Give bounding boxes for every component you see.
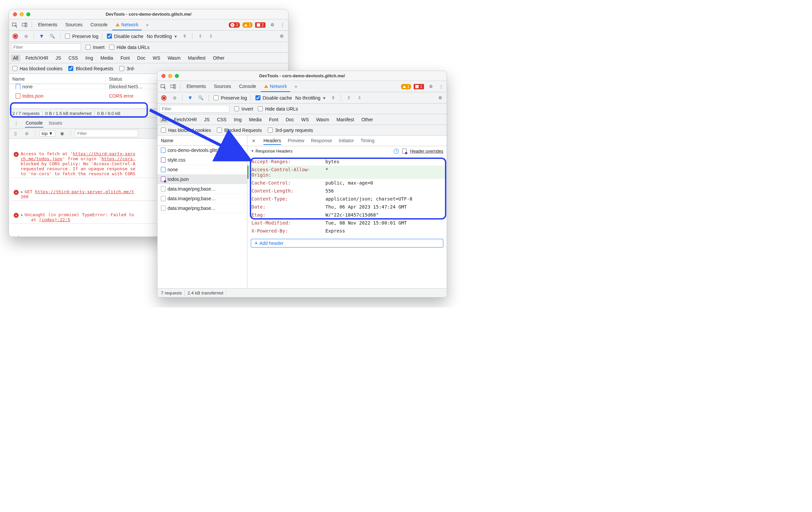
badge-warnings[interactable]: 1: [242, 22, 253, 28]
cat-wasm[interactable]: Wasm: [314, 116, 331, 123]
inspect-icon[interactable]: [10, 21, 19, 29]
tab-sources[interactable]: Sources: [62, 19, 86, 30]
clear-icon[interactable]: ⊘: [22, 32, 30, 40]
third-party-checkbox[interactable]: 3rd-: [118, 65, 135, 72]
tab-network[interactable]: Network: [112, 19, 142, 30]
disable-cache-checkbox[interactable]: Disable cache: [106, 33, 144, 40]
search-icon[interactable]: 🔍: [197, 94, 205, 102]
search-icon[interactable]: 🔍: [48, 32, 57, 40]
close-icon[interactable]: ✕: [251, 138, 257, 144]
badge-errors[interactable]: ✕3: [229, 22, 240, 28]
cat-font[interactable]: Font: [267, 116, 281, 123]
third-party-checkbox[interactable]: 3rd-party requests: [266, 126, 313, 134]
gear-icon[interactable]: ⚙: [278, 32, 286, 40]
disable-cache-checkbox[interactable]: Disable cache: [254, 94, 292, 101]
cat-other[interactable]: Other: [359, 116, 375, 123]
hide-data-urls-checkbox[interactable]: Hide data URLs: [257, 105, 298, 112]
clear-icon[interactable]: ⊘: [170, 94, 179, 102]
throttling-select[interactable]: No throttling: [146, 33, 178, 40]
add-header-button[interactable]: ＋Add header: [251, 239, 443, 248]
drawer-kebab-icon[interactable]: ⋮: [12, 119, 20, 127]
list-item[interactable]: data:image/png;base…: [157, 194, 247, 203]
tab-network[interactable]: Network: [261, 81, 290, 92]
cat-wasm[interactable]: Wasm: [166, 55, 182, 61]
col-name[interactable]: Name: [9, 76, 106, 82]
clear-console-icon[interactable]: ⊘: [22, 129, 31, 138]
cat-js[interactable]: JS: [54, 55, 63, 61]
list-item[interactable]: style.css: [157, 155, 247, 165]
list-item[interactable]: data:image/png;base…: [157, 184, 247, 194]
preserve-log-checkbox[interactable]: Preserve log: [64, 33, 98, 40]
record-button[interactable]: [11, 32, 20, 40]
cat-doc[interactable]: Doc: [135, 55, 148, 61]
cat-img[interactable]: Img: [83, 55, 95, 61]
cat-css[interactable]: CSS: [215, 116, 229, 123]
cat-fetch[interactable]: Fetch/XHR: [172, 116, 199, 123]
list-item[interactable]: none: [157, 165, 247, 175]
response-headers-header[interactable]: ▼Response Headers ? Header overrides: [248, 146, 446, 156]
list-item[interactable]: cors-demo-devtools.glitch.me: [157, 146, 247, 155]
upload-icon[interactable]: ⇪: [344, 94, 353, 102]
tab-elements[interactable]: Elements: [183, 81, 209, 92]
cat-media[interactable]: Media: [247, 116, 264, 123]
tab-sources[interactable]: Sources: [210, 81, 234, 92]
tab-timing[interactable]: Timing: [361, 137, 375, 145]
tab-elements[interactable]: Elements: [35, 19, 61, 30]
cat-ws[interactable]: WS: [151, 55, 163, 61]
filter-input[interactable]: [160, 105, 230, 113]
hide-data-urls-checkbox[interactable]: Hide data URLs: [108, 44, 149, 51]
cat-js[interactable]: JS: [202, 116, 211, 123]
tab-preview[interactable]: Preview: [288, 137, 304, 145]
list-item-selected[interactable]: todos.json: [157, 175, 247, 184]
cat-all[interactable]: All: [11, 55, 20, 61]
cat-fetch[interactable]: Fetch/XHR: [24, 55, 50, 61]
tab-console[interactable]: Console: [87, 19, 111, 30]
cat-manifest[interactable]: Manifest: [335, 116, 356, 123]
cat-img[interactable]: Img: [232, 116, 243, 123]
console-filter-input[interactable]: [75, 130, 138, 137]
filter-icon[interactable]: ▼: [37, 32, 46, 40]
tab-initiator[interactable]: Initiator: [339, 137, 354, 145]
cat-font[interactable]: Font: [119, 55, 132, 61]
more-tabs-icon[interactable]: »: [143, 21, 151, 29]
cat-css[interactable]: CSS: [66, 55, 80, 61]
device-icon[interactable]: [169, 82, 177, 91]
wifi-icon[interactable]: ⥣: [180, 32, 189, 40]
cat-manifest[interactable]: Manifest: [186, 55, 207, 61]
sidebar-toggle-icon[interactable]: ▯: [11, 129, 20, 138]
cat-media[interactable]: Media: [98, 55, 115, 61]
context-select[interactable]: top▼: [39, 130, 55, 137]
badge-blocked[interactable]: 1: [414, 84, 424, 89]
kebab-icon[interactable]: ⋮: [278, 21, 287, 29]
invert-checkbox[interactable]: Invert: [233, 105, 253, 112]
drawer-tab-console[interactable]: Console: [25, 119, 43, 127]
upload-icon[interactable]: ⇪: [196, 32, 204, 40]
filter-input[interactable]: [11, 43, 81, 51]
device-icon[interactable]: [20, 21, 29, 29]
throttling-select[interactable]: No throttling: [294, 94, 327, 101]
kebab-icon[interactable]: ⋮: [437, 82, 445, 91]
live-expression-icon[interactable]: ◉: [58, 129, 67, 138]
cat-other[interactable]: Other: [211, 55, 227, 61]
tab-response[interactable]: Response: [311, 137, 332, 145]
gear-icon[interactable]: ⚙: [427, 82, 435, 91]
list-header[interactable]: Name: [157, 136, 247, 146]
filter-icon[interactable]: ▼: [186, 94, 195, 102]
list-item[interactable]: data:image/png;base…: [157, 203, 247, 213]
badge-blocked[interactable]: 2: [255, 22, 265, 28]
record-button[interactable]: [160, 94, 168, 102]
cat-doc[interactable]: Doc: [284, 116, 296, 123]
drawer-tab-issues[interactable]: Issues: [48, 119, 63, 127]
header-overrides-link[interactable]: Header overrides: [410, 148, 443, 153]
has-blocked-cookies-checkbox[interactable]: Has blocked cookies: [11, 65, 62, 72]
gear-icon[interactable]: ⚙: [436, 94, 445, 102]
blocked-requests-checkbox[interactable]: Blocked Requests: [67, 65, 113, 72]
download-icon[interactable]: ⇩: [206, 32, 215, 40]
help-icon[interactable]: ?: [394, 148, 399, 154]
badge-warnings[interactable]: 1: [401, 84, 411, 89]
invert-checkbox[interactable]: Invert: [84, 44, 105, 51]
cat-all[interactable]: All: [160, 116, 169, 123]
preserve-log-checkbox[interactable]: Preserve log: [212, 94, 247, 101]
cat-ws[interactable]: WS: [299, 116, 311, 123]
download-icon[interactable]: ⇩: [355, 94, 364, 102]
